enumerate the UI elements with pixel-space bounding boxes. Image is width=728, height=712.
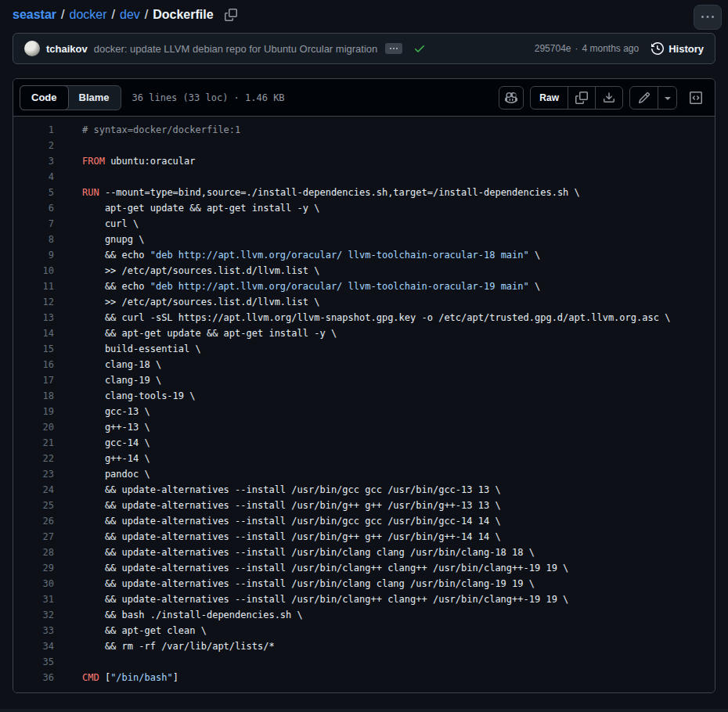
latest-commit-bar: tchaikov docker: update LLVM debian repo… — [13, 33, 715, 64]
line-number[interactable]: 34 — [13, 638, 54, 654]
code-text: RUN --mount=type=bind,source=./install-d… — [54, 185, 580, 200]
copy-file-button[interactable] — [568, 87, 595, 109]
code-line: 19 gcc-13 \ — [13, 404, 715, 419]
line-number[interactable]: 21 — [13, 435, 54, 451]
line-number[interactable]: 32 — [13, 607, 54, 623]
code-text: g++-14 \ — [54, 451, 150, 466]
ellipsis-icon — [389, 47, 398, 50]
line-number[interactable]: 3 — [13, 153, 54, 169]
line-number[interactable]: 11 — [13, 279, 54, 294]
line-number[interactable]: 26 — [13, 513, 54, 529]
page-options-button[interactable] — [694, 5, 722, 30]
code-text: && update-alternatives --install /usr/bi… — [54, 576, 535, 592]
history-icon — [651, 42, 664, 55]
tab-code[interactable]: Code — [20, 85, 69, 110]
line-number[interactable]: 9 — [13, 247, 54, 263]
line-number[interactable]: 7 — [13, 216, 54, 232]
code-text: && bash ./install-dependencies.sh \ — [54, 607, 303, 623]
bottom-divider — [0, 709, 728, 712]
raw-button[interactable]: Raw — [531, 87, 568, 109]
line-number[interactable]: 10 — [13, 263, 54, 279]
code-line: 18 clang-tools-19 \ — [13, 388, 715, 404]
line-number[interactable]: 33 — [13, 623, 54, 638]
copilot-button[interactable] — [499, 86, 524, 110]
line-number[interactable]: 17 — [13, 372, 54, 388]
breadcrumb-dir-docker-link[interactable]: docker — [70, 8, 107, 22]
edit-file-button[interactable] — [630, 87, 658, 109]
line-number[interactable]: 2 — [13, 138, 54, 153]
line-number[interactable]: 22 — [13, 451, 54, 466]
copy-icon — [575, 92, 588, 104]
author-avatar[interactable] — [24, 41, 40, 56]
code-line: 5RUN --mount=type=bind,source=./install-… — [13, 185, 715, 200]
code-text: gnupg \ — [54, 232, 144, 247]
line-number[interactable]: 16 — [13, 357, 54, 372]
line-number[interactable]: 30 — [13, 576, 54, 592]
code-line: 8 gnupg \ — [13, 232, 715, 247]
download-icon — [603, 92, 615, 104]
tab-blame[interactable]: Blame — [68, 86, 121, 110]
file-meta-info: 36 lines (33 loc) · 1.46 KB — [132, 92, 285, 103]
code-text: && update-alternatives --install /usr/bi… — [54, 482, 501, 498]
line-number[interactable]: 18 — [13, 388, 54, 404]
status-check-icon[interactable] — [413, 42, 426, 55]
line-number[interactable]: 13 — [13, 310, 54, 325]
code-line: 25 && update-alternatives --install /usr… — [13, 498, 715, 513]
code-line: 6 apt-get update && apt-get install -y \ — [13, 200, 715, 216]
line-number[interactable]: 19 — [13, 404, 54, 419]
commit-author[interactable]: tchaikov — [46, 43, 88, 55]
line-number[interactable]: 15 — [13, 341, 54, 357]
raw-copy-download-group: Raw — [530, 86, 623, 110]
commit-sha[interactable]: 295704e — [535, 43, 571, 54]
line-number[interactable]: 14 — [13, 325, 54, 341]
code-text: g++-13 \ — [54, 419, 150, 435]
commit-description-toggle[interactable] — [385, 43, 402, 54]
line-number[interactable]: 8 — [13, 232, 54, 247]
edit-group — [629, 86, 677, 110]
code-lines: 1# syntax=docker/dockerfile:123FROM ubun… — [13, 122, 715, 685]
code-line: 7 curl \ — [13, 216, 715, 232]
line-number[interactable]: 6 — [13, 200, 54, 216]
code-text — [54, 138, 82, 153]
code-line: 1# syntax=docker/dockerfile:1 — [13, 122, 715, 138]
code-line: 9 && echo "deb http://apt.llvm.org/oracu… — [13, 247, 715, 263]
code-line: 4 — [13, 169, 715, 185]
chevron-down-icon — [661, 92, 674, 104]
line-number[interactable]: 5 — [13, 185, 54, 200]
copy-path-icon[interactable] — [225, 9, 237, 21]
line-number[interactable]: 28 — [13, 545, 54, 560]
line-number[interactable]: 1 — [13, 122, 54, 138]
code-line: 28 && update-alternatives --install /usr… — [13, 545, 715, 560]
code-text: && rm -rf /var/lib/apt/lists/* — [54, 638, 275, 654]
line-number[interactable]: 35 — [13, 654, 54, 670]
line-number[interactable]: 4 — [13, 169, 54, 185]
code-line: 36CMD ["/bin/bash"] — [13, 670, 715, 685]
code-text: >> /etc/apt/sources.list.d/llvm.list \ — [54, 294, 319, 310]
line-number[interactable]: 20 — [13, 419, 54, 435]
kebab-horizontal-icon — [701, 11, 714, 23]
code-text: >> /etc/apt/sources.list.d/llvm.list \ — [54, 263, 319, 279]
code-line: 21 gcc-14 \ — [13, 435, 715, 451]
commit-sha-and-time[interactable]: 295704e · 4 months ago — [535, 43, 639, 54]
commit-message[interactable]: docker: update LLVM debian repo for Ubun… — [94, 43, 378, 55]
line-number[interactable]: 36 — [13, 670, 54, 685]
line-number[interactable]: 29 — [13, 560, 54, 576]
line-number[interactable]: 27 — [13, 529, 54, 545]
code-line: 22 g++-14 \ — [13, 451, 715, 466]
line-number[interactable]: 25 — [13, 498, 54, 513]
code-line: 33 && apt-get clean \ — [13, 623, 715, 638]
symbols-panel-button[interactable] — [683, 86, 708, 110]
file-toolbar: Code Blame 36 lines (33 loc) · 1.46 KB R… — [13, 79, 715, 117]
breadcrumb-separator: / — [145, 8, 148, 22]
download-button[interactable] — [595, 87, 622, 109]
line-number[interactable]: 23 — [13, 466, 54, 482]
edit-dropdown-button[interactable] — [658, 87, 676, 109]
code-line: 12 >> /etc/apt/sources.list.d/llvm.list … — [13, 294, 715, 310]
breadcrumb-repo-link[interactable]: seastar — [13, 8, 56, 22]
line-number[interactable]: 31 — [13, 592, 54, 607]
code-text: && update-alternatives --install /usr/bi… — [54, 560, 568, 576]
breadcrumb-dir-dev-link[interactable]: dev — [120, 8, 140, 22]
line-number[interactable]: 24 — [13, 482, 54, 498]
history-button[interactable]: History — [651, 42, 704, 55]
line-number[interactable]: 12 — [13, 294, 54, 310]
